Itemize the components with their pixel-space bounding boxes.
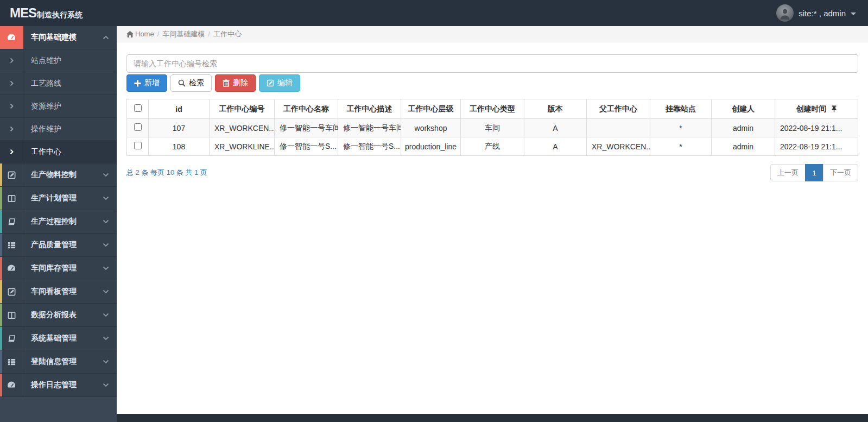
sidebar-footer: [0, 397, 117, 422]
cell-type: 产线: [461, 137, 524, 156]
column-header-name: 工作中心名称: [275, 99, 338, 119]
cell-version: A: [524, 137, 587, 156]
search-button-label: 检索: [189, 78, 204, 88]
page-1-button[interactable]: 1: [805, 164, 823, 181]
cell-version: A: [524, 119, 587, 137]
stripe: [0, 327, 2, 350]
breadcrumb: Home / 车间基础建模 / 工作中心: [117, 26, 868, 42]
sidebar-item-resource-maintenance[interactable]: 资源维护: [0, 95, 117, 118]
stripe: [0, 304, 2, 326]
chevron-down-icon: [103, 266, 109, 270]
columns-icon: [0, 187, 23, 210]
add-button[interactable]: 新增: [126, 74, 167, 92]
row-checkbox[interactable]: [134, 142, 142, 149]
delete-button[interactable]: 删除: [215, 74, 256, 92]
columns-icon: [0, 304, 23, 326]
chevron-down-icon: [103, 243, 109, 247]
sidebar-group-plan-management[interactable]: 生产计划管理: [0, 187, 117, 210]
sidebar-group-material-control[interactable]: 生产物料控制: [0, 163, 117, 187]
breadcrumb-separator: /: [157, 30, 160, 38]
breadcrumb-level1-link[interactable]: 车间基础建模: [162, 29, 205, 39]
pagination-bar: 总 2 条 每页 10 条 共 1 页 上一页 1 下一页: [126, 164, 858, 181]
logo-primary-text: MES: [10, 5, 36, 21]
sidebar-group-data-analysis[interactable]: 数据分析报表: [0, 304, 117, 327]
cell-id: 108: [149, 137, 210, 156]
cell-type: 车间: [461, 119, 524, 137]
column-header-created-time: 创建时间: [775, 99, 858, 119]
sidebar-group-label: 车间基础建模: [23, 33, 103, 42]
plus-icon: [134, 80, 141, 87]
stripe: [0, 374, 2, 396]
topbar: MES 制造执行系统 site:* , admin: [0, 0, 868, 26]
sidebar-group-login-info[interactable]: 登陆信息管理: [0, 350, 117, 374]
sidebar-group-workshop-modeling[interactable]: 车间基础建模: [0, 26, 117, 49]
content-panel: 新增 检索 删除 编辑: [117, 42, 868, 414]
sidebar-group-quality-management[interactable]: 产品质量管理: [0, 234, 117, 257]
sidebar-group-system-management[interactable]: 系统基础管理: [0, 327, 117, 350]
sidebar-item-label: 站点维护: [23, 56, 61, 66]
sidebar: 车间基础建模 站点维护 工艺路线 资源维护 操作维护 工作中心 生产物料控制 生…: [0, 26, 117, 422]
stripe: [0, 187, 2, 210]
chevron-right-icon: [0, 118, 23, 140]
chevron-right-icon: [0, 72, 23, 95]
row-checkbox[interactable]: [134, 123, 142, 131]
cell-created-time: 2022-08-19 21:1...: [775, 119, 858, 137]
home-icon: [126, 31, 134, 37]
chevron-down-icon: [103, 313, 109, 317]
cell-code: XR_WORKCEN...: [210, 119, 275, 137]
next-page-button[interactable]: 下一页: [823, 164, 858, 181]
stripe: [0, 280, 2, 303]
sidebar-group-operation-log[interactable]: 操作日志管理: [0, 374, 117, 397]
cell-name: 修一智能一号车间: [275, 119, 338, 137]
search-input[interactable]: [126, 54, 858, 73]
table-row: 108 XR_WORKLINE... 修一智能一号S... 修一智能一号S...…: [127, 137, 858, 156]
cell-level: workshop: [401, 119, 461, 137]
app-logo: MES 制造执行系统: [0, 5, 83, 21]
pin-icon[interactable]: [831, 105, 837, 112]
column-header-station: 挂靠站点: [650, 99, 712, 119]
user-label: site:* , admin: [799, 9, 846, 18]
breadcrumb-separator: /: [208, 30, 210, 38]
breadcrumb-home-link[interactable]: Home: [126, 30, 154, 38]
add-button-label: 新增: [144, 78, 160, 88]
sidebar-item-operation-maintenance[interactable]: 操作维护: [0, 118, 117, 141]
chevron-right-icon: [0, 141, 23, 163]
sidebar-item-work-center[interactable]: 工作中心: [0, 141, 117, 163]
select-all-checkbox[interactable]: [134, 104, 142, 112]
chevron-down-icon: [103, 383, 109, 387]
column-header-parent: 父工作中心: [587, 99, 650, 119]
edit-button[interactable]: 编辑: [259, 74, 300, 92]
chevron-down-icon: [103, 219, 109, 224]
prev-page-button[interactable]: 上一页: [770, 164, 806, 181]
chevron-right-icon: [0, 49, 23, 72]
cell-code: XR_WORKLINE...: [210, 137, 275, 156]
table-header-row: id 工作中心编号 工作中心名称 工作中心描述 工作中心层级 工作中心类型 版本…: [127, 99, 858, 119]
row-checkbox-cell: [127, 137, 149, 156]
sidebar-group-inventory-management[interactable]: 车间库存管理: [0, 257, 117, 280]
chevron-right-icon: [0, 95, 23, 117]
sidebar-group-process-control[interactable]: 生产过程控制: [0, 210, 117, 234]
chevron-down-icon: [103, 196, 109, 200]
column-header-creator: 创建人: [712, 99, 775, 119]
cell-parent: XR_WORKCEN...: [587, 137, 650, 156]
column-header-created-time-label: 创建时间: [796, 104, 827, 114]
column-header-level: 工作中心层级: [401, 99, 461, 119]
user-menu[interactable]: site:* , admin: [776, 4, 868, 22]
breadcrumb-current: 工作中心: [213, 29, 242, 39]
cell-level: production_line: [401, 137, 461, 156]
cell-station: *: [650, 119, 712, 137]
column-header-type: 工作中心类型: [461, 99, 524, 119]
sidebar-group-label: 生产过程控制: [23, 217, 103, 226]
cell-parent: [587, 119, 650, 137]
sidebar-group-label: 操作日志管理: [23, 380, 103, 390]
cell-description: 修一智能一号S...: [338, 137, 401, 156]
sidebar-item-label: 操作维护: [23, 124, 61, 134]
pagination-summary: 总 2 条 每页 10 条 共 1 页: [126, 168, 207, 178]
stripe: [0, 350, 2, 373]
dashboard-icon: [0, 374, 23, 396]
column-header-code: 工作中心编号: [210, 99, 275, 119]
sidebar-group-board-management[interactable]: 车间看板管理: [0, 280, 117, 304]
sidebar-item-process-route[interactable]: 工艺路线: [0, 72, 117, 95]
search-button[interactable]: 检索: [170, 74, 212, 92]
sidebar-item-station-maintenance[interactable]: 站点维护: [0, 49, 117, 72]
